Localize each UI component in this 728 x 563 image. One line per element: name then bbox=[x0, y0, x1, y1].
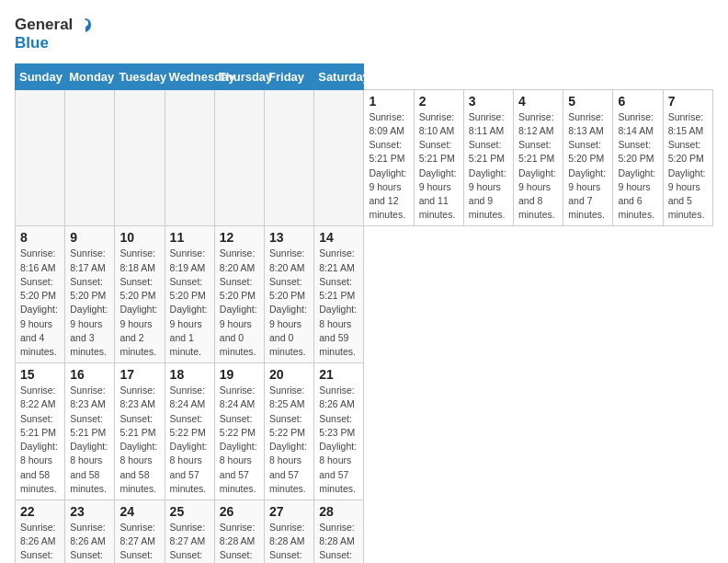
day-detail: Sunrise: 8:11 AMSunset: 5:21 PMDaylight:… bbox=[469, 110, 508, 223]
day-detail: Sunrise: 8:23 AMSunset: 5:21 PMDaylight:… bbox=[70, 384, 109, 496]
day-number: 11 bbox=[170, 230, 210, 245]
calendar-cell: 17Sunrise: 8:23 AMSunset: 5:21 PMDayligh… bbox=[115, 363, 165, 500]
day-number: 25 bbox=[170, 504, 210, 519]
calendar-cell: 5Sunrise: 8:13 AMSunset: 5:20 PMDaylight… bbox=[563, 89, 613, 226]
day-detail: Sunrise: 8:21 AMSunset: 5:21 PMDaylight:… bbox=[319, 247, 358, 359]
calendar-cell bbox=[115, 89, 165, 226]
calendar-cell: 13Sunrise: 8:20 AMSunset: 5:20 PMDayligh… bbox=[265, 226, 314, 363]
calendar-cell: 28Sunrise: 8:28 AMSunset: 5:27 PMDayligh… bbox=[314, 500, 364, 563]
day-number: 26 bbox=[220, 504, 259, 519]
logo-general: General bbox=[15, 17, 73, 34]
calendar-cell: 9Sunrise: 8:17 AMSunset: 5:20 PMDaylight… bbox=[65, 226, 115, 363]
weekday-header: Tuesday bbox=[115, 63, 165, 89]
day-detail: Sunrise: 8:25 AMSunset: 5:22 PMDaylight:… bbox=[269, 384, 309, 496]
calendar-week-row: 22Sunrise: 8:26 AMSunset: 5:23 PMDayligh… bbox=[16, 500, 713, 563]
day-number: 16 bbox=[70, 367, 109, 382]
day-detail: Sunrise: 8:10 AMSunset: 5:21 PMDaylight:… bbox=[419, 110, 459, 223]
calendar-cell: 24Sunrise: 8:27 AMSunset: 5:25 PMDayligh… bbox=[115, 500, 165, 563]
weekday-header: Wednesday bbox=[165, 63, 214, 89]
day-number: 23 bbox=[70, 504, 109, 519]
day-detail: Sunrise: 8:23 AMSunset: 5:21 PMDaylight:… bbox=[119, 384, 159, 496]
day-number: 9 bbox=[70, 230, 109, 245]
day-number: 12 bbox=[220, 230, 259, 245]
calendar-cell: 7Sunrise: 8:15 AMSunset: 5:20 PMDaylight… bbox=[663, 89, 712, 226]
day-number: 17 bbox=[119, 367, 159, 382]
calendar-cell: 15Sunrise: 8:22 AMSunset: 5:21 PMDayligh… bbox=[16, 363, 65, 500]
calendar-cell: 3Sunrise: 8:11 AMSunset: 5:21 PMDaylight… bbox=[463, 89, 513, 226]
day-number: 1 bbox=[369, 94, 408, 109]
calendar-cell: 1Sunrise: 8:09 AMSunset: 5:21 PMDaylight… bbox=[364, 89, 414, 226]
calendar-cell bbox=[16, 89, 65, 226]
day-detail: Sunrise: 8:26 AMSunset: 5:24 PMDaylight:… bbox=[70, 521, 109, 563]
day-detail: Sunrise: 8:22 AMSunset: 5:21 PMDaylight:… bbox=[20, 384, 60, 496]
calendar-cell: 16Sunrise: 8:23 AMSunset: 5:21 PMDayligh… bbox=[65, 363, 115, 500]
day-number: 24 bbox=[119, 504, 159, 519]
calendar-cell: 12Sunrise: 8:20 AMSunset: 5:20 PMDayligh… bbox=[214, 226, 264, 363]
calendar-week-row: 1Sunrise: 8:09 AMSunset: 5:21 PMDaylight… bbox=[16, 89, 713, 226]
day-number: 14 bbox=[319, 230, 358, 245]
logo-bird-icon bbox=[74, 15, 95, 35]
calendar-cell bbox=[314, 89, 364, 226]
calendar-cell: 11Sunrise: 8:19 AMSunset: 5:20 PMDayligh… bbox=[165, 226, 214, 363]
day-number: 5 bbox=[568, 94, 608, 109]
day-detail: Sunrise: 8:09 AMSunset: 5:21 PMDaylight:… bbox=[369, 110, 408, 223]
calendar-cell: 14Sunrise: 8:21 AMSunset: 5:21 PMDayligh… bbox=[314, 226, 364, 363]
day-detail: Sunrise: 8:24 AMSunset: 5:22 PMDaylight:… bbox=[220, 384, 259, 496]
day-detail: Sunrise: 8:17 AMSunset: 5:20 PMDaylight:… bbox=[70, 247, 109, 359]
day-number: 15 bbox=[20, 367, 60, 382]
day-detail: Sunrise: 8:28 AMSunset: 5:27 PMDaylight:… bbox=[319, 521, 358, 563]
day-number: 28 bbox=[319, 504, 358, 519]
day-detail: Sunrise: 8:12 AMSunset: 5:21 PMDaylight:… bbox=[518, 110, 558, 223]
day-detail: Sunrise: 8:20 AMSunset: 5:20 PMDaylight:… bbox=[269, 247, 309, 359]
day-number: 20 bbox=[269, 367, 309, 382]
calendar-cell: 2Sunrise: 8:10 AMSunset: 5:21 PMDaylight… bbox=[414, 89, 463, 226]
weekday-header: Thursday bbox=[214, 63, 264, 89]
day-detail: Sunrise: 8:26 AMSunset: 5:23 PMDaylight:… bbox=[319, 384, 358, 496]
calendar-cell: 26Sunrise: 8:28 AMSunset: 5:26 PMDayligh… bbox=[214, 500, 264, 563]
logo-blue: Blue bbox=[15, 35, 95, 52]
day-detail: Sunrise: 8:26 AMSunset: 5:23 PMDaylight:… bbox=[20, 521, 60, 563]
calendar-cell: 21Sunrise: 8:26 AMSunset: 5:23 PMDayligh… bbox=[314, 363, 364, 500]
weekday-header: Friday bbox=[265, 63, 314, 89]
calendar-cell: 6Sunrise: 8:14 AMSunset: 5:20 PMDaylight… bbox=[613, 89, 663, 226]
weekday-header-row: SundayMondayTuesdayWednesdayThursdayFrid… bbox=[16, 63, 713, 89]
weekday-header: Sunday bbox=[16, 63, 65, 89]
calendar-cell: 4Sunrise: 8:12 AMSunset: 5:21 PMDaylight… bbox=[514, 89, 563, 226]
calendar-cell: 8Sunrise: 8:16 AMSunset: 5:20 PMDaylight… bbox=[16, 226, 65, 363]
day-number: 2 bbox=[419, 94, 459, 109]
day-number: 22 bbox=[20, 504, 60, 519]
logo-container: General Blue bbox=[15, 15, 95, 52]
calendar-cell: 10Sunrise: 8:18 AMSunset: 5:20 PMDayligh… bbox=[115, 226, 165, 363]
day-number: 18 bbox=[170, 367, 210, 382]
day-detail: Sunrise: 8:16 AMSunset: 5:20 PMDaylight:… bbox=[20, 247, 60, 359]
day-detail: Sunrise: 8:28 AMSunset: 5:26 PMDaylight:… bbox=[269, 521, 309, 563]
day-detail: Sunrise: 8:27 AMSunset: 5:25 PMDaylight:… bbox=[170, 521, 210, 563]
weekday-header: Saturday bbox=[314, 63, 364, 89]
day-number: 19 bbox=[220, 367, 259, 382]
day-number: 8 bbox=[20, 230, 60, 245]
page-header: General Blue bbox=[15, 15, 713, 52]
day-number: 4 bbox=[518, 94, 558, 109]
day-detail: Sunrise: 8:19 AMSunset: 5:20 PMDaylight:… bbox=[170, 247, 210, 359]
day-number: 27 bbox=[269, 504, 309, 519]
day-detail: Sunrise: 8:20 AMSunset: 5:20 PMDaylight:… bbox=[220, 247, 259, 359]
day-detail: Sunrise: 8:13 AMSunset: 5:20 PMDaylight:… bbox=[568, 110, 608, 223]
calendar-cell: 22Sunrise: 8:26 AMSunset: 5:23 PMDayligh… bbox=[16, 500, 65, 563]
calendar-cell: 25Sunrise: 8:27 AMSunset: 5:25 PMDayligh… bbox=[165, 500, 214, 563]
day-detail: Sunrise: 8:14 AMSunset: 5:20 PMDaylight:… bbox=[618, 110, 657, 223]
day-number: 3 bbox=[469, 94, 508, 109]
calendar-cell bbox=[65, 89, 115, 226]
calendar-cell bbox=[265, 89, 314, 226]
logo: General Blue bbox=[15, 15, 95, 52]
weekday-header: Monday bbox=[65, 63, 115, 89]
calendar-cell: 19Sunrise: 8:24 AMSunset: 5:22 PMDayligh… bbox=[214, 363, 264, 500]
calendar-cell: 23Sunrise: 8:26 AMSunset: 5:24 PMDayligh… bbox=[65, 500, 115, 563]
calendar-cell: 18Sunrise: 8:24 AMSunset: 5:22 PMDayligh… bbox=[165, 363, 214, 500]
calendar-table: SundayMondayTuesdayWednesdayThursdayFrid… bbox=[15, 63, 713, 563]
calendar-week-row: 8Sunrise: 8:16 AMSunset: 5:20 PMDaylight… bbox=[16, 226, 713, 363]
day-detail: Sunrise: 8:24 AMSunset: 5:22 PMDaylight:… bbox=[170, 384, 210, 496]
calendar-cell bbox=[214, 89, 264, 226]
day-detail: Sunrise: 8:18 AMSunset: 5:20 PMDaylight:… bbox=[119, 247, 159, 359]
day-number: 13 bbox=[269, 230, 309, 245]
calendar-cell: 20Sunrise: 8:25 AMSunset: 5:22 PMDayligh… bbox=[265, 363, 314, 500]
